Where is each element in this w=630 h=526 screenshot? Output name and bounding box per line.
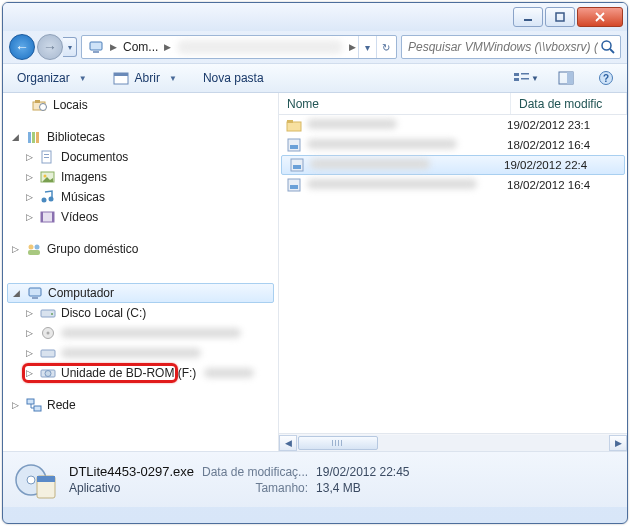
expand-icon[interactable]: ▷: [23, 308, 35, 318]
svg-rect-44: [27, 399, 34, 404]
address-bar[interactable]: ▶ Com... ▶ ▶ ▾ ↻: [81, 35, 397, 59]
svg-rect-9: [514, 78, 519, 81]
svg-rect-8: [514, 73, 519, 76]
svg-rect-17: [35, 100, 40, 103]
breadcrumb-computer[interactable]: Com...: [119, 36, 162, 58]
nav-computador[interactable]: ◢ Computador: [7, 283, 274, 303]
nav-drive-blur-1[interactable]: ▷: [3, 323, 278, 343]
svg-rect-49: [290, 145, 298, 149]
drive-icon: [39, 325, 57, 341]
nav-rede[interactable]: ▷ Rede: [3, 395, 278, 415]
svg-rect-37: [41, 310, 55, 317]
refresh-button[interactable]: ↻: [376, 36, 394, 58]
nav-label: Locais: [53, 98, 88, 112]
collapse-icon[interactable]: ◢: [10, 288, 22, 298]
new-folder-button[interactable]: Nova pasta: [197, 69, 270, 87]
svg-rect-31: [52, 212, 54, 222]
svg-rect-53: [290, 185, 298, 189]
list-item[interactable]: 19/02/2012 22:4: [281, 155, 625, 175]
svg-rect-19: [28, 132, 31, 143]
nav-videos[interactable]: ▷ Vídeos: [3, 207, 278, 227]
scroll-thumb[interactable]: [298, 436, 378, 450]
column-headers[interactable]: Nome Data de modific: [279, 93, 627, 115]
svg-point-55: [27, 476, 35, 484]
body: Locais ◢ Bibliotecas ▷ Documentos ▷ Imag…: [3, 93, 627, 451]
nav-locais[interactable]: Locais: [3, 95, 278, 115]
expand-icon[interactable]: ▷: [23, 328, 35, 338]
svg-rect-30: [41, 212, 43, 222]
svg-rect-20: [32, 132, 35, 143]
scroll-right-button[interactable]: ▶: [609, 435, 627, 451]
search-input[interactable]: [406, 39, 600, 55]
forward-button[interactable]: →: [37, 34, 63, 60]
organize-menu[interactable]: Organizar▼: [11, 69, 93, 87]
list-item[interactable]: 18/02/2012 16:4: [279, 175, 627, 195]
nav-label-extra: [204, 368, 254, 378]
svg-line-5: [610, 49, 614, 53]
search-icon[interactable]: [600, 39, 616, 55]
svg-point-26: [44, 175, 47, 178]
svg-rect-35: [29, 288, 41, 296]
list-item[interactable]: 18/02/2012 16:4: [279, 135, 627, 155]
file-list[interactable]: 19/02/2012 23:1 18/02/2012 16:4 19/02/20…: [279, 115, 627, 433]
view-options-button[interactable]: ▼: [513, 67, 539, 89]
list-item[interactable]: 19/02/2012 23:1: [279, 115, 627, 135]
svg-point-28: [49, 197, 54, 202]
expand-icon[interactable]: ▷: [23, 348, 35, 358]
svg-point-33: [35, 245, 40, 250]
svg-rect-0: [524, 19, 532, 21]
application-icon: [13, 458, 57, 502]
expand-icon[interactable]: ▷: [23, 192, 35, 202]
address-history-dropdown[interactable]: ▾: [358, 36, 376, 58]
svg-rect-2: [90, 42, 102, 50]
svg-rect-21: [36, 132, 39, 143]
minimize-button[interactable]: [513, 7, 543, 27]
horizontal-scrollbar[interactable]: ◀ ▶: [279, 433, 627, 451]
open-button[interactable]: Abrir▼: [107, 68, 183, 88]
nav-row: ← → ▾ ▶ Com... ▶ ▶ ▾ ↻: [3, 31, 627, 63]
col-date[interactable]: Data de modific: [511, 93, 627, 114]
maximize-button[interactable]: [545, 7, 575, 27]
svg-rect-51: [293, 165, 301, 169]
preview-pane-button[interactable]: [553, 67, 579, 89]
nav-bdrom[interactable]: ▷ Unidade de BD-ROM (F:): [3, 363, 278, 383]
svg-rect-36: [32, 297, 38, 299]
expand-icon[interactable]: ▷: [9, 244, 21, 254]
nav-label: Imagens: [61, 170, 107, 184]
search-box[interactable]: [401, 35, 621, 59]
navigation-pane[interactable]: Locais ◢ Bibliotecas ▷ Documentos ▷ Imag…: [3, 93, 279, 451]
nav-label: Grupo doméstico: [47, 242, 138, 256]
nav-grupo-domestico[interactable]: ▷ Grupo doméstico: [3, 239, 278, 259]
application-icon: [113, 70, 129, 86]
videos-icon: [39, 209, 57, 225]
close-button[interactable]: [577, 7, 623, 27]
nav-disco-c[interactable]: ▷ Disco Local (C:): [3, 303, 278, 323]
nav-musicas[interactable]: ▷ Músicas: [3, 187, 278, 207]
titlebar[interactable]: [3, 3, 627, 31]
nav-imagens[interactable]: ▷ Imagens: [3, 167, 278, 187]
file-date: 18/02/2012 16:4: [507, 139, 627, 151]
music-icon: [39, 189, 57, 205]
nav-label: Computador: [48, 286, 114, 300]
expand-icon[interactable]: ▷: [23, 368, 35, 378]
scroll-track[interactable]: [297, 435, 609, 451]
col-name[interactable]: Nome: [279, 93, 511, 114]
expand-icon[interactable]: ▷: [9, 400, 21, 410]
nav-bibliotecas[interactable]: ◢ Bibliotecas: [3, 127, 278, 147]
breadcrumb-location[interactable]: [177, 40, 343, 54]
nav-history-dropdown[interactable]: ▾: [63, 37, 77, 57]
expand-icon[interactable]: ▷: [23, 212, 35, 222]
back-button[interactable]: ←: [9, 34, 35, 60]
nav-drive-blur-2[interactable]: ▷: [3, 343, 278, 363]
recent-icon: [31, 97, 49, 113]
computer-icon: [88, 39, 104, 55]
nav-documentos[interactable]: ▷ Documentos: [3, 147, 278, 167]
expand-icon[interactable]: ▷: [23, 172, 35, 182]
collapse-icon[interactable]: ◢: [9, 132, 21, 142]
svg-rect-1: [556, 13, 564, 21]
expand-icon[interactable]: ▷: [23, 152, 35, 162]
documents-icon: [39, 149, 57, 165]
help-button[interactable]: ?: [593, 67, 619, 89]
scroll-left-button[interactable]: ◀: [279, 435, 297, 451]
arrow-right-icon: →: [43, 39, 57, 55]
